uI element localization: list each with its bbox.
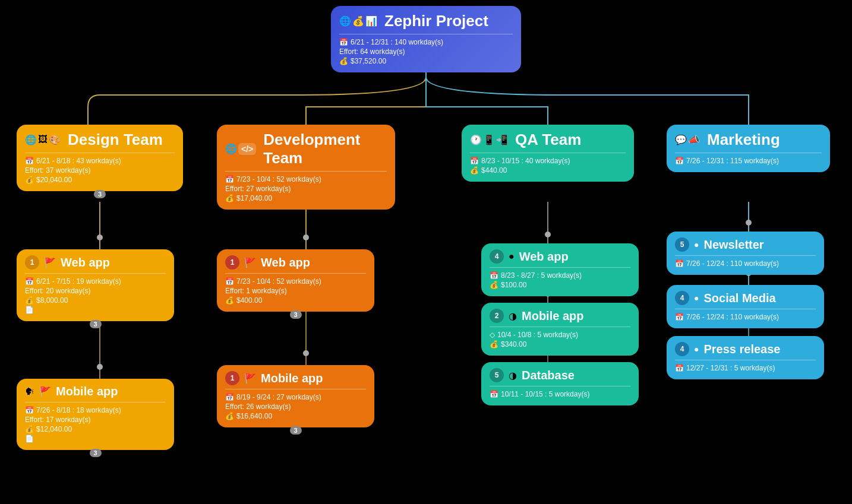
mkt-social-node: 4 ● Social Media 📅 7/26 - 12/24 : 110 wo…: [667, 285, 824, 328]
dev-webapp-header: 1 🚩 Web app: [225, 255, 366, 270]
qa-db-node: 5 ◑ Database 📅 10/11 - 10/15 : 5 workday…: [481, 362, 639, 405]
money-icon: 💰: [25, 176, 34, 184]
dev-mobileapp-cost: 💰 $16,640.00: [225, 412, 366, 420]
design-webapp-cost: 💰 $8,000.00: [25, 296, 166, 305]
dev-mobileapp-badge: 1: [225, 371, 239, 385]
mkt-newsletter-badge: 5: [675, 237, 689, 252]
marketing-header: 💬 📣 Marketing: [675, 131, 822, 149]
money-icon: 💰: [225, 296, 234, 305]
dev-webapp-date: 📅 7/23 - 10/4 : 52 workday(s): [225, 277, 366, 286]
mkt-press-badge: 4: [675, 342, 689, 356]
qa-mobileapp-cost: 💰 $340.00: [490, 340, 630, 348]
svg-point-4: [545, 232, 551, 237]
mkt-press-release-node: 4 ● Press release 📅 12/27 - 12/31 : 5 wo…: [667, 336, 824, 379]
design-mobileapp-bottom-badge: 3: [89, 449, 101, 457]
design-cost: 💰 $20,040.00: [25, 176, 175, 184]
design-webapp-bottom-badge: 3: [89, 320, 101, 328]
design-mobileapp-node: 🗣 🚩 Mobile app 📅 7/26 - 8/18 : 18 workda…: [17, 379, 174, 450]
calendar-icon: 📅: [25, 277, 34, 286]
dev-mobileapp-node: 1 🚩 Mobile app 📅 8/19 - 9/24 : 27 workda…: [217, 365, 374, 427]
mkt-newsletter-header: 5 ● Newsletter: [675, 237, 816, 252]
calendar-icon: 📅: [675, 313, 684, 321]
mkt-newsletter-title: Newsletter: [703, 238, 763, 252]
qa-db-badge: 5: [490, 368, 504, 382]
mkt-newsletter-date: 📅 7/26 - 12/24 : 110 workday(s): [675, 259, 816, 268]
design-mobileapp-header: 🗣 🚩 Mobile app: [25, 385, 166, 398]
qa-header: 🕐 📱 📲 QA Team: [470, 131, 626, 149]
money-icon: 💰: [225, 194, 234, 202]
dev-team-node: 🌐 </> Development Team 📅 7/23 - 10/4 : 5…: [217, 125, 395, 210]
root-icon-1: 🌐: [339, 15, 351, 27]
root-icon-2: 💰: [352, 15, 364, 27]
dev-mobileapp-bottom-badge: 3: [289, 426, 301, 435]
design-webapp-node: 1 🚩 Web app 📅 6/21 - 7/15 : 19 workday(s…: [17, 249, 174, 321]
dev-icon-code: </>: [238, 143, 256, 155]
dev-mobileapp-header: 1 🚩 Mobile app: [225, 371, 366, 385]
mkt-newsletter-node: 5 ● Newsletter 📅 7/26 - 12/24 : 110 work…: [667, 232, 824, 275]
design-title: Design Team: [68, 131, 163, 149]
dev-webapp-cost: 💰 $400.00: [225, 296, 366, 305]
design-icon-board: 🎨: [49, 134, 61, 145]
qa-mobileapp-badge: 2: [490, 309, 504, 323]
qa-webapp-badge: 4: [490, 249, 504, 264]
dev-effort: Effort: 27 workday(s): [225, 185, 387, 193]
money-icon: 💰: [225, 412, 234, 420]
design-mobileapp-effort: Effort: 17 workday(s): [25, 416, 166, 424]
dev-mobileapp-flag: 🚩: [244, 373, 256, 384]
money-icon: 💰: [490, 340, 498, 348]
calendar-icon: 📅: [225, 175, 234, 183]
dev-webapp-node: 1 🚩 Web app 📅 7/23 - 10/4 : 52 workday(s…: [217, 249, 374, 312]
mkt-social-title: Social Media: [703, 291, 775, 305]
dev-cost: 💰 $17,040.00: [225, 194, 387, 202]
qa-webapp-cost: 💰 $100.00: [490, 281, 630, 289]
dev-mobileapp-effort: Effort: 26 workday(s): [225, 402, 366, 411]
design-webapp-flag: 🚩: [44, 257, 56, 268]
qa-icon-tablet: 📱: [483, 134, 495, 145]
root-effort: Effort: 64 workday(s): [339, 47, 513, 56]
design-webapp-date: 📅 6/21 - 7/15 : 19 workday(s): [25, 277, 166, 286]
design-mobileapp-doc: 📄: [25, 435, 166, 443]
mkt-press-date: 📅 12/27 - 12/31 : 5 workday(s): [675, 364, 816, 372]
calendar-icon: 📅: [25, 157, 34, 165]
money-icon: 💰: [25, 296, 34, 305]
svg-point-7: [746, 220, 752, 226]
calendar-icon: 📅: [675, 157, 684, 165]
marketing-icons: 💬 📣: [675, 134, 700, 145]
svg-point-0: [97, 234, 103, 240]
qa-team-node: 🕐 📱 📲 QA Team 📅 8/23 - 10/15 : 40 workda…: [462, 125, 634, 182]
marketing-node: 💬 📣 Marketing 📅 7/26 - 12/31 : 115 workd…: [667, 125, 830, 172]
dev-webapp-flag: 🚩: [244, 257, 256, 268]
calendar-icon: 📅: [25, 406, 34, 414]
design-icons: 🌐 🖼 🎨: [25, 134, 61, 145]
qa-icons: 🕐 📱 📲: [470, 134, 508, 145]
mkt-social-header: 4 ● Social Media: [675, 291, 816, 305]
qa-cost: 💰 $440.00: [470, 166, 626, 175]
svg-point-1: [97, 364, 103, 370]
marketing-icon-chat: 💬: [675, 134, 687, 145]
dev-icon-globe: 🌐: [225, 143, 237, 155]
design-mobileapp-date: 📅 7/26 - 8/18 : 18 workday(s): [25, 406, 166, 414]
root-icons: 🌐 💰 📊: [339, 15, 377, 27]
qa-mobileapp-date: ◇ 10/4 - 10/8 : 5 workday(s): [490, 331, 630, 339]
design-webapp-badge: 1: [25, 255, 39, 270]
qa-mobileapp-header: 2 ◑ Mobile app: [490, 309, 630, 323]
money-icon: 💰: [490, 281, 498, 289]
design-date: 📅 6/21 - 8/18 : 43 workday(s): [25, 157, 175, 165]
design-webapp-header: 1 🚩 Web app: [25, 255, 166, 270]
svg-point-2: [303, 234, 309, 240]
qa-webapp-node: 4 ● Web app 📅 8/23 - 8/27 : 5 workday(s)…: [481, 243, 639, 296]
mkt-newsletter-icon: ●: [694, 240, 699, 249]
qa-title: QA Team: [515, 131, 581, 149]
qa-webapp-icon: ●: [509, 251, 515, 262]
design-bottom-badge: 3: [94, 190, 106, 198]
dev-mobileapp-title: Mobile app: [261, 372, 323, 385]
money-icon: 💰: [25, 425, 34, 433]
design-team-node: 🌐 🖼 🎨 Design Team 📅 6/21 - 8/18 : 43 wor…: [17, 125, 183, 191]
calendar-icon: 📅: [675, 259, 684, 268]
calendar-icon: 📅: [675, 364, 684, 372]
root-date: 📅 6/21 - 12/31 : 140 workday(s): [339, 38, 513, 46]
doc-icon: 📄: [25, 306, 34, 314]
dev-webapp-badge: 1: [225, 255, 239, 270]
mkt-press-header: 4 ● Press release: [675, 342, 816, 356]
qa-mobileapp-node: 2 ◑ Mobile app ◇ 10/4 - 10/8 : 5 workday…: [481, 303, 639, 356]
